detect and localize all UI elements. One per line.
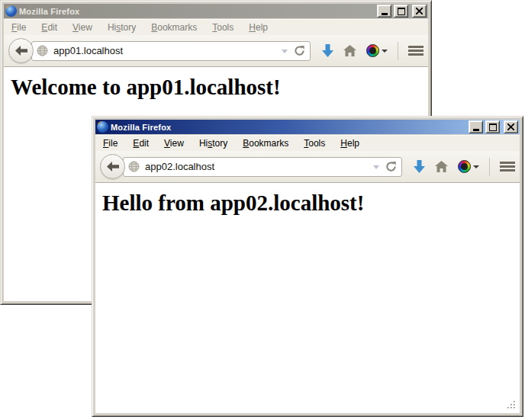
close-button[interactable]	[504, 120, 518, 133]
menu-edit[interactable]: Edit	[37, 21, 62, 34]
menu-history[interactable]: History	[195, 136, 232, 150]
back-button[interactable]	[100, 154, 125, 179]
colorwheel-icon	[458, 160, 471, 173]
menu-tools[interactable]: Tools	[208, 21, 238, 34]
reload-button[interactable]	[294, 45, 305, 56]
menu-help[interactable]: Help	[336, 136, 364, 150]
resize-grip[interactable]	[507, 401, 517, 410]
caret-down-icon	[473, 165, 479, 172]
minimize-icon	[473, 129, 479, 131]
urlbar-dropdown-icon[interactable]	[373, 165, 379, 172]
globe-icon	[37, 45, 48, 56]
titlebar[interactable]: Mozilla Firefox	[4, 4, 428, 18]
maximize-icon	[489, 123, 497, 131]
toolbar-buttons	[414, 158, 515, 176]
hamburger-menu-button[interactable]	[408, 46, 424, 56]
toolbar-separator	[398, 42, 398, 60]
colorwheel-icon	[366, 44, 379, 57]
home-icon	[343, 45, 356, 56]
globe-icon	[128, 161, 140, 172]
menu-view[interactable]: View	[159, 136, 188, 150]
back-button[interactable]	[8, 38, 34, 63]
minimize-button[interactable]	[377, 5, 391, 18]
menu-view[interactable]: View	[68, 21, 97, 34]
hamburger-icon	[408, 46, 424, 48]
menu-bookmarks[interactable]: Bookmarks	[238, 136, 293, 150]
close-button[interactable]	[412, 5, 427, 18]
menu-help[interactable]: Help	[244, 21, 272, 34]
colorwheel-menu-button[interactable]	[458, 160, 479, 173]
page-content: Hello from app02.localhost!	[95, 183, 520, 413]
firefox-window-app02[interactable]: Mozilla Firefox File Edit View History B…	[92, 116, 523, 417]
desktop: Mozilla Firefox File Edit View History B…	[0, 0, 525, 420]
menubar: File Edit View History Bookmarks Tools H…	[95, 135, 520, 151]
close-icon	[416, 8, 423, 14]
menu-file[interactable]: File	[98, 136, 122, 150]
navigation-toolbar: app02.localhost	[95, 151, 520, 183]
maximize-icon	[398, 8, 405, 15]
reload-button[interactable]	[385, 161, 397, 172]
back-icon	[107, 162, 119, 172]
reload-icon	[294, 45, 305, 56]
url-bar[interactable]: app01.localhost	[31, 41, 311, 61]
window-title: Mozilla Firefox	[19, 7, 375, 16]
reload-icon	[385, 161, 397, 172]
back-icon	[15, 46, 27, 56]
url-bar[interactable]: app02.localhost	[123, 157, 402, 177]
page-heading: Hello from app02.localhost!	[102, 191, 520, 216]
maximize-button[interactable]	[485, 120, 500, 133]
download-button[interactable]	[414, 160, 425, 173]
menubar: File Edit View History Bookmarks Tools H…	[4, 19, 428, 35]
firefox-logo-icon	[97, 121, 108, 133]
maximize-button[interactable]	[394, 5, 408, 18]
window-title: Mozilla Firefox	[111, 123, 466, 132]
download-icon	[322, 44, 333, 57]
download-icon	[414, 160, 425, 173]
minimize-icon	[382, 13, 388, 15]
menu-history[interactable]: History	[103, 21, 140, 34]
minimize-button[interactable]	[469, 120, 483, 133]
hamburger-menu-button[interactable]	[500, 162, 515, 172]
caret-down-icon	[382, 50, 388, 56]
close-icon	[507, 123, 514, 130]
url-text[interactable]: app01.localhost	[53, 45, 279, 56]
download-button[interactable]	[322, 44, 333, 57]
menu-file[interactable]: File	[7, 21, 31, 34]
menu-bookmarks[interactable]: Bookmarks	[147, 21, 201, 34]
firefox-logo-icon	[5, 5, 17, 17]
home-button[interactable]	[435, 161, 448, 172]
page-heading: Welcome to app01.localhost!	[11, 75, 428, 100]
titlebar[interactable]: Mozilla Firefox	[95, 120, 520, 134]
toolbar-buttons	[322, 42, 424, 60]
navigation-toolbar: app01.localhost	[4, 35, 428, 67]
home-icon	[435, 161, 448, 172]
hamburger-icon	[500, 162, 515, 164]
menu-edit[interactable]: Edit	[128, 136, 153, 150]
urlbar-dropdown-icon[interactable]	[282, 50, 288, 56]
colorwheel-menu-button[interactable]	[366, 44, 388, 57]
url-text[interactable]: app02.localhost	[145, 161, 370, 172]
toolbar-separator	[489, 158, 490, 176]
menu-tools[interactable]: Tools	[299, 136, 330, 150]
home-button[interactable]	[343, 45, 356, 56]
